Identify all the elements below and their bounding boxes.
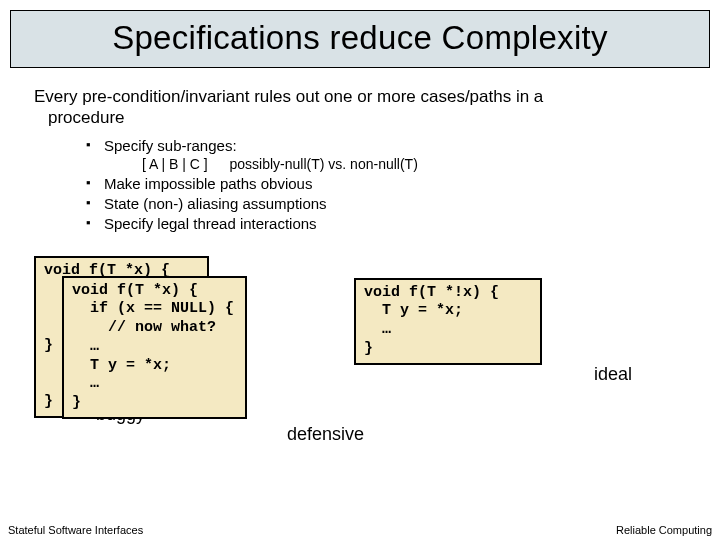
bullet-item: State (non-) aliasing assumptions — [86, 195, 686, 212]
sub-b: possibly-null(T) vs. non-null(T) — [230, 156, 418, 172]
footer-right: Reliable Computing — [616, 524, 712, 536]
bullet-list: Specify sub-ranges: [ A | B | C ] possib… — [34, 137, 686, 232]
bullet-item: Specify sub-ranges: [ A | B | C ] possib… — [86, 137, 686, 172]
sub-a: [ A | B | C ] — [142, 156, 208, 172]
slide-title: Specifications reduce Complexity — [23, 19, 697, 57]
bullet-text: Specify sub-ranges: — [104, 137, 237, 154]
code-area: void f(T *x) { if (x == NULL) T y = *x; … — [34, 256, 686, 446]
footer-left: Stateful Software Interfaces — [8, 524, 143, 536]
label-defensive: defensive — [287, 424, 364, 445]
lead-line1: Every pre-condition/invariant rules out … — [34, 87, 543, 106]
code-box-ideal: void f(T *!x) { T y = *x; … } — [354, 278, 542, 365]
lead-line2: procedure — [34, 108, 125, 127]
bullet-item: Specify legal thread interactions — [86, 215, 686, 232]
bullet-item: Make impossible paths obvious — [86, 175, 686, 192]
lead-text: Every pre-condition/invariant rules out … — [34, 86, 686, 129]
title-bar: Specifications reduce Complexity — [10, 10, 710, 68]
label-ideal: ideal — [594, 364, 632, 385]
bullet-subline: [ A | B | C ] possibly-null(T) vs. non-n… — [104, 156, 686, 172]
slide-body: Every pre-condition/invariant rules out … — [0, 68, 720, 446]
footer: Stateful Software Interfaces Reliable Co… — [0, 524, 720, 536]
code-box-defensive: void f(T *x) { if (x == NULL) { // now w… — [62, 276, 247, 419]
